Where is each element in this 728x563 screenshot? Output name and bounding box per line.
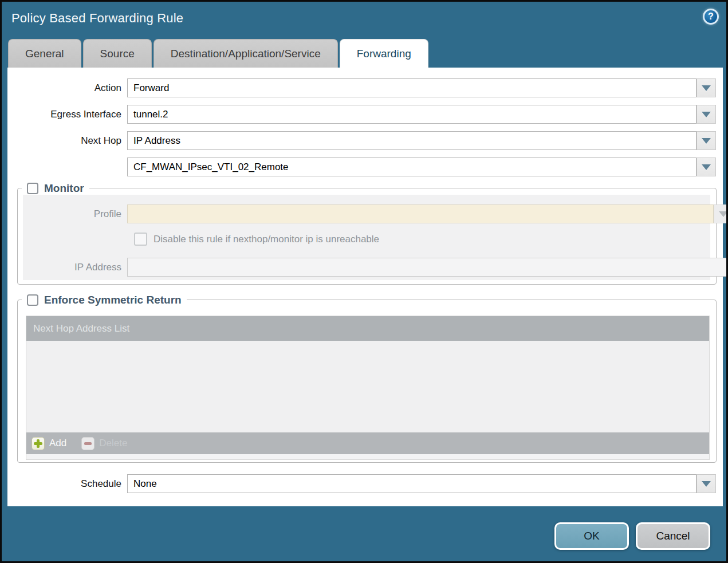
- delete-button: Delete: [81, 437, 127, 450]
- cancel-button[interactable]: Cancel: [636, 522, 710, 550]
- egress-interface-row: Egress Interface tunnel.2: [7, 105, 723, 124]
- next-hop-type-dropdown: IP Address: [127, 131, 716, 150]
- profile-dropdown: [127, 204, 728, 223]
- enforce-symmetric-return-legend: Enforce Symmetric Return: [22, 292, 187, 308]
- chevron-down-icon: [702, 112, 711, 117]
- next-hop-address-list-table: Next Hop Address List Add Delete: [26, 316, 710, 460]
- chevron-down-icon: [702, 164, 711, 170]
- delete-button-label: Delete: [99, 438, 127, 449]
- tab-forwarding[interactable]: Forwarding: [340, 39, 428, 68]
- next-hop-address-value[interactable]: CF_MWAN_IPsec_VTI_02_Remote: [127, 158, 696, 176]
- ok-button[interactable]: OK: [554, 522, 629, 550]
- monitor-fieldset: Monitor Profile Disable this rule if nex…: [17, 188, 717, 285]
- monitor-legend: Monitor: [22, 180, 89, 196]
- forwarding-tab-panel: Action Forward Egress Interface tunnel.2…: [7, 68, 723, 506]
- add-button-label: Add: [49, 438, 66, 449]
- tab-bar: General Source Destination/Application/S…: [8, 39, 428, 68]
- chevron-down-icon: [719, 211, 728, 217]
- policy-based-forwarding-dialog: Policy Based Forwarding Rule ? General S…: [0, 0, 728, 563]
- monitor-legend-label: Monitor: [44, 182, 84, 195]
- monitor-ip-row: IP Address: [23, 258, 710, 277]
- schedule-dropdown-button[interactable]: [696, 474, 716, 493]
- monitor-ip-input: [127, 258, 728, 277]
- profile-row: Profile: [23, 204, 710, 223]
- monitor-ip-label: IP Address: [23, 258, 121, 277]
- minus-icon: [81, 437, 95, 450]
- next-hop-address-list-header: Next Hop Address List: [26, 316, 709, 341]
- chevron-down-icon: [702, 481, 711, 487]
- schedule-label: Schedule: [7, 474, 121, 493]
- profile-dropdown-button: [714, 204, 728, 223]
- action-dropdown: Forward: [127, 78, 716, 97]
- tab-source[interactable]: Source: [83, 39, 152, 68]
- disable-rule-row: Disable this rule if nexthop/monitor ip …: [23, 233, 710, 251]
- next-hop-row: Next Hop IP Address: [7, 131, 723, 150]
- action-label: Action: [7, 78, 121, 97]
- add-button[interactable]: Add: [32, 437, 66, 450]
- plus-icon: [32, 437, 45, 450]
- chevron-down-icon: [702, 138, 711, 144]
- egress-interface-dropdown: tunnel.2: [127, 105, 716, 124]
- next-hop-address-dropdown: CF_MWAN_IPsec_VTI_02_Remote: [127, 158, 716, 176]
- egress-interface-label: Egress Interface: [7, 105, 121, 124]
- enforce-symmetric-return-checkbox[interactable]: [27, 294, 38, 306]
- enforce-symmetric-return-fieldset: Enforce Symmetric Return Next Hop Addres…: [17, 300, 717, 463]
- chevron-down-icon: [702, 85, 711, 91]
- tab-general[interactable]: General: [8, 39, 81, 68]
- egress-interface-value[interactable]: tunnel.2: [127, 105, 696, 124]
- next-hop-label: Next Hop: [7, 131, 121, 150]
- disable-rule-checkbox: [134, 233, 147, 246]
- dialog-title: Policy Based Forwarding Rule: [11, 11, 183, 26]
- action-value[interactable]: Forward: [127, 78, 696, 97]
- titlebar: Policy Based Forwarding Rule ?: [2, 2, 726, 37]
- tab-destination-application-service[interactable]: Destination/Application/Service: [154, 39, 338, 68]
- disable-rule-label: Disable this rule if nexthop/monitor ip …: [154, 233, 379, 246]
- table-scroll-strip: [26, 454, 709, 459]
- help-icon[interactable]: ?: [703, 9, 719, 25]
- action-dropdown-button[interactable]: [696, 78, 716, 97]
- next-hop-address-dropdown-button[interactable]: [696, 158, 716, 176]
- action-row: Action Forward: [7, 78, 723, 97]
- monitor-disabled-area: Profile Disable this rule if nexthop/mon…: [23, 195, 710, 280]
- table-footer-bar: Add Delete: [26, 432, 709, 454]
- egress-interface-dropdown-button[interactable]: [696, 105, 716, 124]
- next-hop-type-dropdown-button[interactable]: [696, 131, 716, 150]
- next-hop-address-row: CF_MWAN_IPsec_VTI_02_Remote: [7, 158, 723, 176]
- schedule-dropdown: None: [127, 474, 716, 493]
- next-hop-address-list-body[interactable]: [26, 341, 709, 432]
- schedule-value[interactable]: None: [127, 474, 696, 493]
- enforce-symmetric-return-legend-label: Enforce Symmetric Return: [44, 294, 182, 306]
- profile-label: Profile: [23, 204, 121, 223]
- next-hop-type-value[interactable]: IP Address: [127, 131, 696, 150]
- profile-value: [127, 204, 714, 223]
- monitor-checkbox[interactable]: [27, 183, 38, 194]
- schedule-row: Schedule None: [7, 474, 723, 493]
